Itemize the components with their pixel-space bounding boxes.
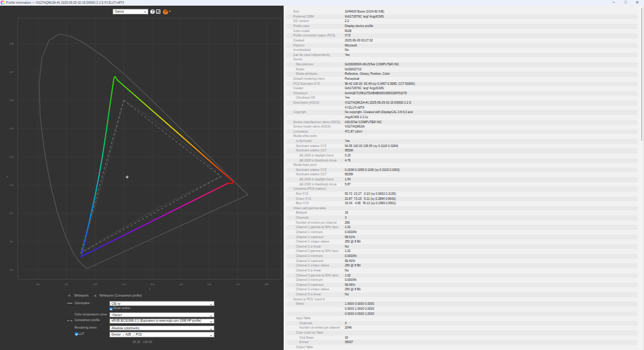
svg-text:0.8: 0.8	[265, 283, 269, 286]
svg-text:0.7: 0.7	[9, 70, 13, 74]
svg-text:0.3: 0.3	[9, 183, 13, 187]
svg-text:0.4: 0.4	[150, 283, 154, 286]
svg-text:0.3: 0.3	[122, 283, 126, 286]
svg-text:0.8: 0.8	[9, 42, 13, 45]
svg-text:0.1: 0.1	[65, 283, 69, 286]
svg-text:0.5: 0.5	[179, 283, 183, 286]
svg-text:0.6: 0.6	[9, 99, 13, 102]
svg-text:0.6: 0.6	[208, 283, 211, 286]
svg-text:0.5: 0.5	[9, 127, 13, 130]
svg-text:0.4: 0.4	[9, 155, 13, 158]
svg-text:0.1: 0.1	[9, 240, 13, 243]
svg-text:0.0: 0.0	[9, 268, 13, 271]
svg-text:0.2: 0.2	[93, 283, 97, 286]
svg-text:0.7: 0.7	[236, 283, 240, 286]
svg-text:0.0: 0.0	[36, 283, 40, 286]
svg-text:0.2: 0.2	[9, 212, 13, 215]
